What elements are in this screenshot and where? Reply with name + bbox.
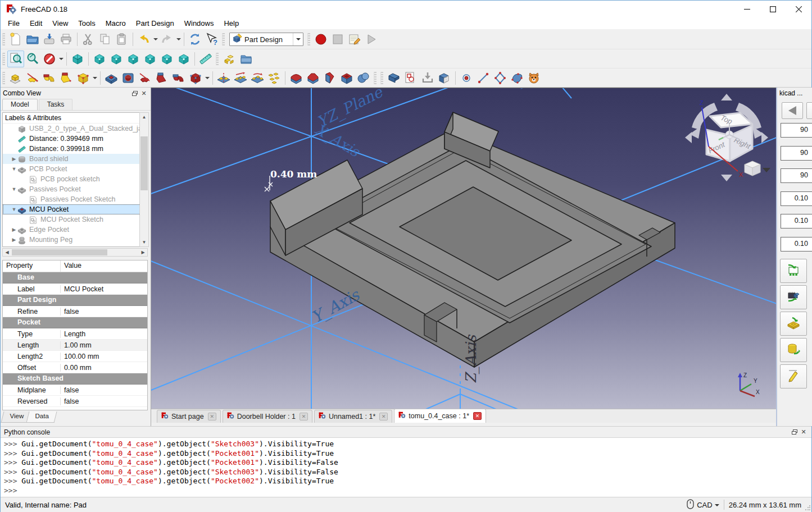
python-console-output[interactable]: >>> Gui.getDocument("tomu_0_4_case").get…	[1, 438, 811, 497]
console-prompt[interactable]: >>>	[4, 486, 808, 496]
create-bspline-button[interactable]	[509, 70, 525, 86]
mirrored-pattern-button[interactable]	[215, 70, 232, 86]
whats-this-button[interactable]: ?	[203, 31, 220, 48]
menu-view[interactable]: View	[47, 18, 73, 29]
view-section-button[interactable]	[436, 70, 453, 86]
zoom-button[interactable]	[24, 51, 41, 67]
tree-vertical-scrollbar[interactable]: ▲ ▼	[139, 112, 149, 247]
toolbar-handle[interactable]	[374, 72, 376, 84]
chevron-down-icon[interactable]: ▼	[11, 207, 17, 212]
navigation-cube[interactable]: Top Front Right Z X	[682, 93, 772, 188]
chamfer-button[interactable]	[305, 70, 321, 86]
edit-sketch-button[interactable]	[402, 70, 419, 86]
measure-button[interactable]	[197, 51, 214, 67]
macro-edit-button[interactable]	[346, 31, 363, 48]
tree-item-mcu-pocket[interactable]: ▼>MCU Pocket	[3, 204, 147, 214]
menu-edit[interactable]: Edit	[25, 18, 47, 29]
tree-item-usb-2-0-type-a-dual-stacked-ja[interactable]: >USB_2_0_type_A_Dual_Stacked_jac	[3, 124, 147, 134]
front-view-button[interactable]	[91, 51, 108, 67]
menu-part-design[interactable]: Part Design	[131, 18, 179, 29]
axonometric-view-button[interactable]	[69, 51, 86, 67]
property-row-offset[interactable]: Offset0.00 mm	[3, 362, 147, 373]
draw-style-button[interactable]	[41, 51, 58, 67]
subtractive-primitive-button[interactable]	[187, 70, 204, 86]
leave-sketch-button[interactable]	[419, 70, 436, 86]
property-row-midplane[interactable]: Midplanefalse	[3, 385, 147, 396]
tree-item-edge-pocket[interactable]: ▶>Edge Pocket	[3, 225, 147, 235]
create-rhombus-button[interactable]	[492, 70, 509, 86]
tree-item-distance-0-399918-mm[interactable]: >Distance: 0.399918 mm	[3, 144, 147, 154]
toolbar-handle[interactable]	[222, 33, 225, 45]
close-tab-icon[interactable]: ✕	[208, 413, 216, 420]
rear-view-button[interactable]	[142, 51, 158, 67]
linear-pattern-button[interactable]	[232, 70, 249, 86]
right-view-button[interactable]	[125, 51, 142, 67]
chevron-right-icon[interactable]: ▶	[11, 237, 17, 243]
subtractive-pipe-button[interactable]	[170, 70, 187, 86]
additive-loft-button[interactable]	[58, 70, 75, 86]
undo-button-dropdown[interactable]	[152, 31, 158, 48]
draft-button[interactable]	[321, 70, 338, 86]
scroll-right-icon[interactable]: ▶	[139, 249, 147, 256]
property-row-length[interactable]: Length1.00 mm	[3, 340, 147, 351]
macro-stop-button[interactable]	[329, 31, 346, 48]
fit-all-button[interactable]	[7, 51, 24, 67]
print-button[interactable]	[58, 31, 75, 48]
property-row-label[interactable]: LabelMCU Pocket	[3, 284, 147, 295]
chevron-down-icon[interactable]: ▼	[11, 166, 17, 172]
tree-item-distance-0-399469-mm[interactable]: >Distance: 0.399469 mm	[3, 134, 147, 144]
paste-button[interactable]	[114, 31, 130, 48]
additive-pipe-button[interactable]	[41, 70, 58, 86]
create-sketch-button[interactable]	[385, 70, 402, 86]
top-view-button[interactable]	[108, 51, 125, 67]
create-part-button[interactable]	[221, 51, 238, 67]
kicad-export-chip-button[interactable]	[780, 285, 807, 309]
toolbar-handle[interactable]	[2, 33, 5, 45]
pocket-button[interactable]	[103, 70, 120, 86]
chevron-right-icon[interactable]: ▶	[11, 156, 17, 162]
toolbar-handle[interactable]	[2, 53, 5, 65]
close-tab-icon[interactable]: ✕	[379, 413, 388, 420]
create-point-button[interactable]	[458, 70, 475, 86]
macro-play-button[interactable]	[363, 31, 380, 48]
additive-primitive-button-dropdown[interactable]	[92, 70, 98, 86]
subtractive-primitive-button-dropdown[interactable]	[204, 70, 210, 86]
tree-item-board-shield[interactable]: ▶>Board shield	[3, 154, 147, 164]
property-value[interactable]: Length	[61, 330, 85, 338]
toolbar-handle[interactable]	[307, 33, 310, 45]
revolution-button[interactable]	[24, 70, 41, 86]
fillet-button[interactable]	[288, 70, 305, 86]
bottom-view-button[interactable]	[158, 51, 175, 67]
kicad-field-6[interactable]: 0.10	[781, 237, 812, 252]
menu-help[interactable]: Help	[219, 18, 244, 29]
open-button[interactable]	[24, 31, 41, 48]
boolean-button[interactable]	[355, 70, 372, 86]
kicad-export-db-button[interactable]	[780, 338, 807, 362]
chevron-right-icon[interactable]: ▶	[11, 227, 17, 232]
addon-button[interactable]	[525, 70, 542, 86]
redo-button-dropdown[interactable]	[175, 31, 182, 48]
chevron-down-icon[interactable]: ▼	[11, 186, 17, 192]
3d-viewport[interactable]: YZ_Plane X_Axis Y_Axis Z_Axis Axis 0.40 …	[151, 88, 776, 409]
property-value[interactable]: 100.00 mm	[61, 353, 99, 360]
document-tab-unnamed1-1-[interactable]: Unnamed1 : 1*✕	[314, 410, 392, 423]
resize-grip[interactable]	[805, 505, 810, 511]
document-tab-doorbell-holder-1[interactable]: Doorbell Holder : 1✕	[223, 410, 312, 423]
kicad-field-1[interactable]: 90	[781, 123, 812, 138]
float-panel-icon[interactable]	[790, 428, 799, 436]
close-panel-icon[interactable]: ✕	[139, 89, 148, 97]
pad-button[interactable]	[7, 70, 24, 86]
create-group-button[interactable]	[238, 51, 255, 67]
tab-tasks[interactable]: Tasks	[39, 99, 73, 110]
property-value[interactable]: MCU Pocket	[61, 285, 103, 293]
kicad-field-5[interactable]: 0.10	[781, 214, 812, 228]
toolbar-handle[interactable]	[216, 53, 219, 65]
undo-button[interactable]	[135, 31, 152, 48]
left-view-button[interactable]	[175, 51, 192, 67]
kicad-field-2[interactable]: 90	[781, 146, 812, 161]
tree-horizontal-scrollbar[interactable]: ◀ ▶	[2, 248, 148, 257]
tree-item-passives-pocket-sketch[interactable]: >Passives Pocket Sketch	[3, 194, 147, 204]
close-tab-icon[interactable]: ✕	[473, 412, 482, 420]
scroll-down-icon[interactable]: ▼	[140, 238, 148, 246]
maximize-button[interactable]	[760, 1, 786, 17]
